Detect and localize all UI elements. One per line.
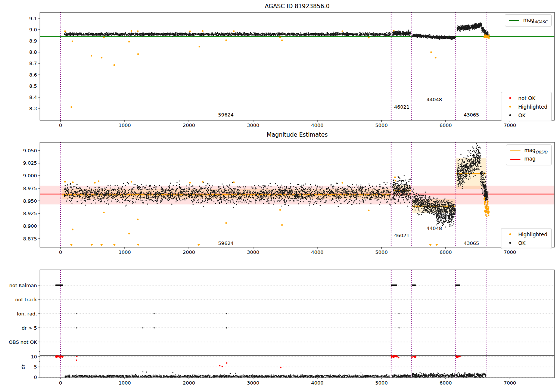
tick-label: 3000 [247,122,259,128]
legend-label: Highlighted [518,104,547,110]
tick-label: 9.050 [23,148,37,153]
tick-label: 1000 [118,249,131,255]
figure: 5962446021440484306501000200030004000500… [0,0,560,392]
tick-label: 1000 [118,122,131,128]
axes-frame [40,270,554,378]
obsid-annotation: 46021 [394,104,410,110]
tick-label: 0 [34,374,37,380]
below-range-triangle [113,244,116,246]
tick-label: 8.950 [23,198,37,204]
mag-line-sample [510,159,520,160]
tick-label: 8.925 [23,211,37,216]
tick-label: 8.5 [29,83,37,89]
obsid-annotation: 59624 [218,112,233,118]
legend-label: OK [518,240,525,246]
obsid-annotation: 59624 [218,240,233,246]
obsid-annotation: 46021 [394,233,410,238]
flag-row-label: not track [15,297,37,302]
legend-label: magOBSID [524,147,547,154]
tick-label: 9.0 [29,27,37,32]
flag-row-label: Ion. rad. [17,311,37,317]
tick-label: 8.4 [29,94,37,100]
not-ok-points-group [55,355,461,368]
not-kalman-marks [55,284,460,286]
top-panel-title: AGASC ID 81923856.0 [40,3,554,10]
highlighted-marker-sample [505,106,514,108]
flag-row-label: not Kalman [9,283,37,288]
tick-label: 5000 [375,122,388,128]
legend-entry-mag: mag [510,155,547,163]
below-range-triangle [137,244,140,246]
flag-row-label: OBS not OK [9,339,37,345]
legend-top-markers: not OK Highlighted OK [501,92,552,121]
tick-label: 4000 [311,249,323,255]
below-range-triangle [90,244,93,246]
ok-points-group [64,22,488,40]
obsid-annotation: 44048 [427,225,442,231]
highlighted-marker-sample [505,233,514,235]
below-range-triangle [100,244,103,246]
legend-label: mag [524,156,535,163]
tick-label: 0 [59,380,62,386]
tick-label: 4000 [311,380,323,386]
tick-label: 3000 [247,249,259,255]
tick-label: 7000 [504,249,516,255]
tick-label: 8.975 [23,186,37,191]
legend-entry-ok: OK [505,239,547,247]
legend-entry-not-ok: not OK [505,94,547,102]
below-range-triangle [429,244,432,246]
mag-agasc-line-sample [509,20,519,21]
tick-label: 8.8 [29,49,37,55]
legend-label: OK [518,112,525,118]
tick-label: 9.025 [23,160,37,166]
tick-label: 8.3 [29,106,37,111]
below-range-triangle [197,244,200,246]
middle-panel-title: Magnitude Estimates [40,131,554,138]
dr-axis-label: dr [20,364,26,369]
mag-obsid-line-sample [510,150,520,151]
flags-panel: 01000200030004000500060007000not Kalmann… [9,270,555,386]
flag-row-label: dr > 5 [22,325,37,331]
tick-label: 0 [59,122,62,128]
obsid-annotation: 44048 [427,97,442,102]
below-range-triangle [435,244,438,246]
ok-marker-sample [505,242,514,244]
tick-label: 8.6 [29,72,37,78]
tick-label: 9.000 [23,173,37,178]
legend-entry-mag-agasc: magAGASC [509,16,547,24]
tick-label: 3000 [247,380,259,386]
obsid-annotation: 43065 [464,240,479,246]
tick-label: 2000 [183,380,195,386]
tick-label: 8.7 [29,60,37,66]
tick-label: 8.875 [23,236,37,242]
legend-mid-markers: Highlighted OK [501,228,552,249]
tick-label: 2000 [183,249,195,255]
plots-canvas: 5962446021440484306501000200030004000500… [0,0,560,392]
legend-entry-highlighted: Highlighted [505,230,547,238]
tick-label: 5000 [375,380,388,386]
middle-plot-area: 59624460214404843065 [40,142,554,247]
legend-mid-lines: magOBSID mag [506,144,552,165]
top-plot-area: 59624460214404843065 [40,12,554,120]
legend-entry-highlighted: Highlighted [505,103,547,111]
tick-label: 0 [59,249,62,255]
tick-label: 2000 [183,122,195,128]
ok-marker-sample [505,114,514,116]
legend-entry-ok: OK [505,111,547,119]
tick-label: 5000 [375,249,388,255]
axes-frame [40,12,554,120]
below-range-triangle [70,244,73,246]
tick-label: 1000 [118,380,131,386]
legend-mag-agasc: magAGASC [505,14,552,27]
not-ok-marker-sample [505,97,514,99]
top-panel: 5962446021440484306501000200030004000500… [29,12,554,128]
legend-label: not OK [518,95,535,101]
tick-label: 6000 [439,249,452,255]
tick-label: 10 [31,354,37,360]
tick-label: 9.1 [29,16,37,21]
tick-label: 4000 [311,122,323,128]
legend-entry-mag-obsid: magOBSID [510,147,547,155]
tick-label: 6000 [439,122,452,128]
tick-label: 8.9 [29,38,37,44]
ok-points-group [64,143,489,228]
